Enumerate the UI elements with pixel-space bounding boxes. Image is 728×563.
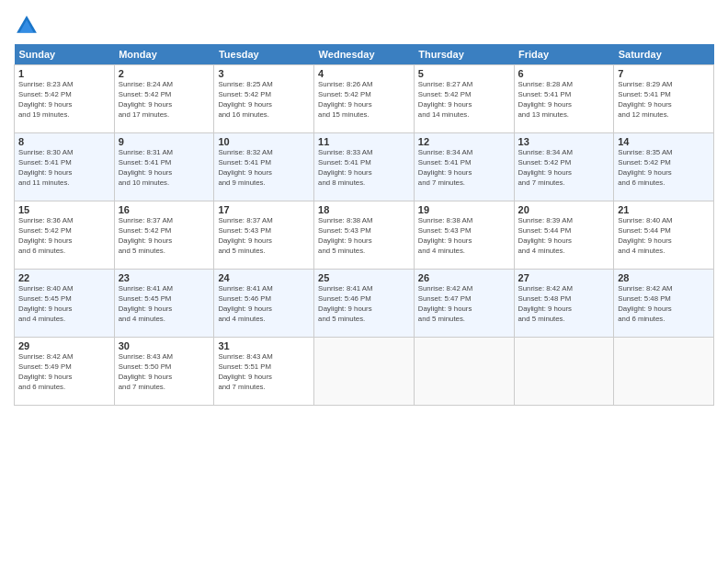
day-info: Sunrise: 8:33 AM Sunset: 5:41 PM Dayligh… [318, 148, 410, 189]
day-info: Sunrise: 8:38 AM Sunset: 5:43 PM Dayligh… [418, 216, 510, 257]
day-number: 13 [518, 136, 610, 147]
day-info: Sunrise: 8:43 AM Sunset: 5:51 PM Dayligh… [218, 352, 310, 393]
day-number: 11 [318, 136, 410, 147]
day-number: 28 [618, 272, 710, 283]
day-info: Sunrise: 8:37 AM Sunset: 5:43 PM Dayligh… [218, 216, 310, 257]
day-info: Sunrise: 8:37 AM Sunset: 5:42 PM Dayligh… [119, 216, 210, 257]
day-info: Sunrise: 8:41 AM Sunset: 5:46 PM Dayligh… [218, 284, 310, 325]
day-info: Sunrise: 8:40 AM Sunset: 5:44 PM Dayligh… [618, 216, 710, 257]
day-cell: 26Sunrise: 8:42 AM Sunset: 5:47 PM Dayli… [414, 270, 514, 338]
day-cell: 15Sunrise: 8:36 AM Sunset: 5:42 PM Dayli… [15, 201, 115, 270]
day-info: Sunrise: 8:31 AM Sunset: 5:41 PM Dayligh… [119, 148, 210, 189]
day-cell: 10Sunrise: 8:32 AM Sunset: 5:41 PM Dayli… [214, 133, 314, 201]
day-cell: 16Sunrise: 8:37 AM Sunset: 5:42 PM Dayli… [114, 201, 214, 270]
day-number: 16 [119, 204, 210, 215]
day-info: Sunrise: 8:36 AM Sunset: 5:42 PM Dayligh… [18, 216, 110, 257]
day-info: Sunrise: 8:41 AM Sunset: 5:45 PM Dayligh… [119, 284, 210, 325]
day-number: 8 [18, 136, 110, 147]
week-row-2: 8Sunrise: 8:30 AM Sunset: 5:41 PM Daylig… [15, 133, 714, 201]
day-number: 21 [618, 204, 710, 215]
day-number: 18 [318, 204, 410, 215]
day-info: Sunrise: 8:28 AM Sunset: 5:41 PM Dayligh… [518, 80, 610, 121]
day-number: 22 [18, 272, 110, 283]
day-number: 26 [418, 272, 510, 283]
day-cell: 28Sunrise: 8:42 AM Sunset: 5:48 PM Dayli… [614, 270, 714, 338]
day-cell: 8Sunrise: 8:30 AM Sunset: 5:41 PM Daylig… [15, 133, 115, 201]
day-info: Sunrise: 8:42 AM Sunset: 5:48 PM Dayligh… [518, 284, 610, 325]
day-number: 14 [618, 136, 710, 147]
day-number: 29 [18, 340, 110, 351]
day-cell [314, 338, 415, 406]
day-cell: 30Sunrise: 8:43 AM Sunset: 5:50 PM Dayli… [114, 338, 214, 406]
col-header-saturday: Saturday [614, 44, 714, 65]
day-info: Sunrise: 8:42 AM Sunset: 5:49 PM Dayligh… [18, 352, 110, 393]
col-header-sunday: Sunday [15, 44, 115, 65]
day-info: Sunrise: 8:43 AM Sunset: 5:50 PM Dayligh… [119, 352, 210, 393]
day-number: 23 [119, 272, 210, 283]
day-cell [614, 338, 714, 406]
day-cell: 18Sunrise: 8:38 AM Sunset: 5:43 PM Dayli… [314, 201, 415, 270]
day-info: Sunrise: 8:35 AM Sunset: 5:42 PM Dayligh… [618, 148, 710, 189]
day-info: Sunrise: 8:32 AM Sunset: 5:41 PM Dayligh… [218, 148, 310, 189]
day-info: Sunrise: 8:34 AM Sunset: 5:41 PM Dayligh… [418, 148, 510, 189]
calendar-page: SundayMondayTuesdayWednesdayThursdayFrid… [0, 0, 728, 563]
day-cell: 14Sunrise: 8:35 AM Sunset: 5:42 PM Dayli… [614, 133, 714, 201]
day-info: Sunrise: 8:40 AM Sunset: 5:45 PM Dayligh… [18, 284, 110, 325]
day-cell: 12Sunrise: 8:34 AM Sunset: 5:41 PM Dayli… [414, 133, 514, 201]
day-info: Sunrise: 8:39 AM Sunset: 5:44 PM Dayligh… [518, 216, 610, 257]
day-number: 31 [218, 340, 310, 351]
day-cell: 4Sunrise: 8:26 AM Sunset: 5:42 PM Daylig… [314, 65, 415, 133]
day-number: 2 [119, 68, 210, 79]
calendar-table: SundayMondayTuesdayWednesdayThursdayFrid… [14, 44, 714, 406]
day-info: Sunrise: 8:34 AM Sunset: 5:42 PM Dayligh… [518, 148, 610, 189]
day-cell: 21Sunrise: 8:40 AM Sunset: 5:44 PM Dayli… [614, 201, 714, 270]
day-cell: 24Sunrise: 8:41 AM Sunset: 5:46 PM Dayli… [214, 270, 314, 338]
day-cell: 9Sunrise: 8:31 AM Sunset: 5:41 PM Daylig… [114, 133, 214, 201]
day-info: Sunrise: 8:42 AM Sunset: 5:48 PM Dayligh… [618, 284, 710, 325]
col-header-tuesday: Tuesday [214, 44, 314, 65]
day-info: Sunrise: 8:24 AM Sunset: 5:42 PM Dayligh… [119, 80, 210, 121]
day-cell: 3Sunrise: 8:25 AM Sunset: 5:42 PM Daylig… [214, 65, 314, 133]
day-cell: 29Sunrise: 8:42 AM Sunset: 5:49 PM Dayli… [15, 338, 115, 406]
day-number: 4 [318, 68, 410, 79]
day-info: Sunrise: 8:38 AM Sunset: 5:43 PM Dayligh… [318, 216, 410, 257]
day-info: Sunrise: 8:29 AM Sunset: 5:41 PM Dayligh… [618, 80, 710, 121]
day-number: 24 [218, 272, 310, 283]
day-number: 25 [318, 272, 410, 283]
day-number: 5 [418, 68, 510, 79]
logo [14, 13, 41, 39]
day-number: 12 [418, 136, 510, 147]
col-header-wednesday: Wednesday [314, 44, 415, 65]
week-row-3: 15Sunrise: 8:36 AM Sunset: 5:42 PM Dayli… [15, 201, 714, 270]
day-info: Sunrise: 8:27 AM Sunset: 5:42 PM Dayligh… [418, 80, 510, 121]
day-cell [414, 338, 514, 406]
day-cell: 5Sunrise: 8:27 AM Sunset: 5:42 PM Daylig… [414, 65, 514, 133]
day-number: 10 [218, 136, 310, 147]
day-info: Sunrise: 8:25 AM Sunset: 5:42 PM Dayligh… [218, 80, 310, 121]
day-cell: 25Sunrise: 8:41 AM Sunset: 5:46 PM Dayli… [314, 270, 415, 338]
day-number: 7 [618, 68, 710, 79]
day-cell: 13Sunrise: 8:34 AM Sunset: 5:42 PM Dayli… [514, 133, 614, 201]
day-cell: 19Sunrise: 8:38 AM Sunset: 5:43 PM Dayli… [414, 201, 514, 270]
week-row-5: 29Sunrise: 8:42 AM Sunset: 5:49 PM Dayli… [15, 338, 714, 406]
day-number: 15 [18, 204, 110, 215]
day-number: 20 [518, 204, 610, 215]
day-cell: 20Sunrise: 8:39 AM Sunset: 5:44 PM Dayli… [514, 201, 614, 270]
header [14, 9, 714, 39]
col-header-thursday: Thursday [414, 44, 514, 65]
day-number: 6 [518, 68, 610, 79]
day-cell: 17Sunrise: 8:37 AM Sunset: 5:43 PM Dayli… [214, 201, 314, 270]
day-cell: 23Sunrise: 8:41 AM Sunset: 5:45 PM Dayli… [114, 270, 214, 338]
day-cell: 11Sunrise: 8:33 AM Sunset: 5:41 PM Dayli… [314, 133, 415, 201]
day-number: 30 [119, 340, 210, 351]
day-cell: 7Sunrise: 8:29 AM Sunset: 5:41 PM Daylig… [614, 65, 714, 133]
day-cell: 31Sunrise: 8:43 AM Sunset: 5:51 PM Dayli… [214, 338, 314, 406]
day-number: 17 [218, 204, 310, 215]
week-row-4: 22Sunrise: 8:40 AM Sunset: 5:45 PM Dayli… [15, 270, 714, 338]
day-info: Sunrise: 8:42 AM Sunset: 5:47 PM Dayligh… [418, 284, 510, 325]
day-cell: 6Sunrise: 8:28 AM Sunset: 5:41 PM Daylig… [514, 65, 614, 133]
day-cell: 27Sunrise: 8:42 AM Sunset: 5:48 PM Dayli… [514, 270, 614, 338]
logo-icon [14, 13, 40, 39]
col-header-monday: Monday [114, 44, 214, 65]
col-header-friday: Friday [514, 44, 614, 65]
